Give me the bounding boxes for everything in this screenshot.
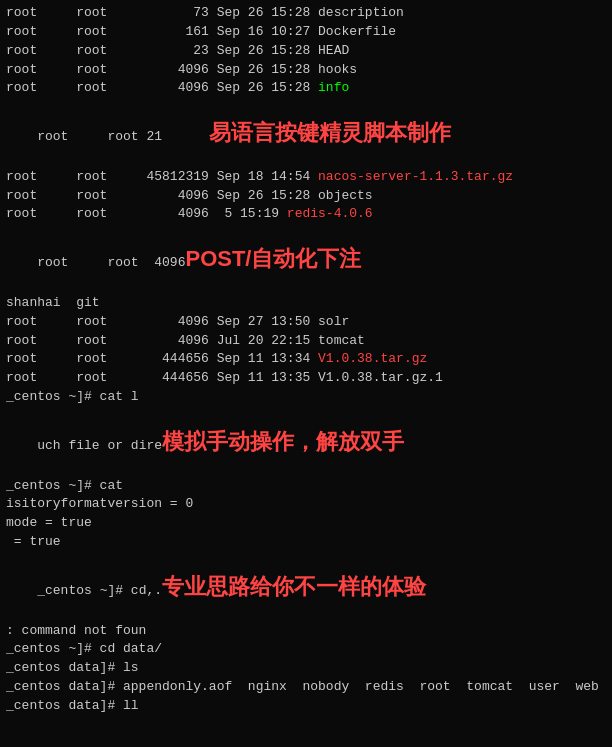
line-19: isitoryformatversion = 0 xyxy=(6,495,606,514)
line-4: root root 4096 Sep 26 15:28 hooks xyxy=(6,61,606,80)
line-2: root root 161 Sep 16 10:27 Dockerfile xyxy=(6,23,606,42)
line-15: root root 444656 Sep 11 13:35 V1.0.38.ta… xyxy=(6,369,606,388)
line-8: root root 4096 Sep 26 15:28 objects xyxy=(6,187,606,206)
line-13: root root 4096 Jul 20 22:15 tomcat xyxy=(6,332,606,351)
line-28 xyxy=(6,716,606,735)
terminal: root root 73 Sep 26 15:28 description ro… xyxy=(0,0,612,747)
overlay-1: 易语言按键精灵脚本制作 xyxy=(209,120,451,145)
overlay-3: 模拟手动操作，解放双手 xyxy=(162,429,404,454)
line-5: root root 4096 Sep 26 15:28 info xyxy=(6,79,606,98)
overlay-2: POST/自动化下注 xyxy=(185,246,361,271)
line-18: _centos ~]# cat xyxy=(6,477,606,496)
line-1: root root 73 Sep 26 15:28 description xyxy=(6,4,606,23)
line-14: root root 444656 Sep 11 13:34 V1.0.38.ta… xyxy=(6,350,606,369)
line-21: = true xyxy=(6,533,606,552)
line-24: _centos ~]# cd data/ xyxy=(6,640,606,659)
line-7: root root 45812319 Sep 18 14:54 nacos-se… xyxy=(6,168,606,187)
line-22: _centos ~]# cd,.专业思路给你不一样的体验 xyxy=(6,552,606,622)
line-23: : command not foun xyxy=(6,622,606,641)
line-17: uch file or dire模拟手动操作，解放双手 xyxy=(6,407,606,477)
line-3: root root 23 Sep 26 15:28 HEAD xyxy=(6,42,606,61)
overlay-4: 专业思路给你不一样的体验 xyxy=(162,574,426,599)
line-12: root root 4096 Sep 27 13:50 solr xyxy=(6,313,606,332)
line-6: root root 21 易语言按键精灵脚本制作 xyxy=(6,98,606,168)
line-20: mode = true xyxy=(6,514,606,533)
line-16: _centos ~]# cat l xyxy=(6,388,606,407)
line-9: root root 4096 5 15:19 redis-4.0.6 xyxy=(6,205,606,224)
line-11: shanhai git xyxy=(6,294,606,313)
line-26: _centos data]# appendonly.aof nginx nobo… xyxy=(6,678,606,697)
line-25: _centos data]# ls xyxy=(6,659,606,678)
line-29: polkitd input 效率出单 完善售后 xyxy=(6,735,606,747)
line-27: _centos data]# ll xyxy=(6,697,606,716)
line-10: root root 4096POST/自动化下注 xyxy=(6,224,606,294)
